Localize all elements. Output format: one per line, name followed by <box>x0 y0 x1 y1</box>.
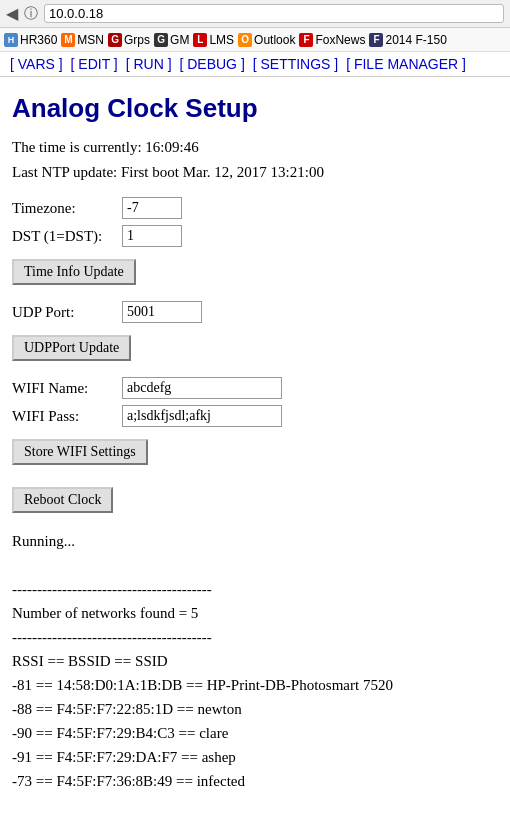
bookmark-label-outlook: Outlook <box>254 33 295 47</box>
wifi-name-row: WIFI Name: <box>12 377 498 399</box>
bookmark-icon-outlook: O <box>238 33 252 47</box>
page-title: Analog Clock Setup <box>12 93 498 124</box>
reboot-section: Reboot Clock <box>12 481 498 519</box>
bookmark-icon-2014f150: F <box>369 33 383 47</box>
udp-update-section: UDPPort Update <box>12 329 498 367</box>
nav-settings[interactable]: [ SETTINGS ] <box>253 56 339 72</box>
bookmark-label-foxnews: FoxNews <box>315 33 365 47</box>
bookmark-foxnews[interactable]: F FoxNews <box>299 33 365 47</box>
current-time-text: The time is currently: 16:09:46 <box>12 136 498 159</box>
ntp-update-text: Last NTP update: First boot Mar. 12, 201… <box>12 161 498 184</box>
wifi-name-label: WIFI Name: <box>12 380 122 397</box>
bookmark-icon-hr360: H <box>4 33 18 47</box>
output-section: Running... -----------------------------… <box>12 529 498 793</box>
url-bar[interactable]: 10.0.0.18 <box>44 4 504 23</box>
bookmark-label-gm: GM <box>170 33 189 47</box>
store-wifi-button[interactable]: Store WIFI Settings <box>12 439 148 465</box>
time-update-section: Time Info Update <box>12 253 498 291</box>
bookmark-label-grps: Grps <box>124 33 150 47</box>
bookmark-icon-foxnews: F <box>299 33 313 47</box>
bookmark-msn[interactable]: M MSN <box>61 33 104 47</box>
dst-input[interactable] <box>122 225 182 247</box>
dst-label: DST (1=DST): <box>12 228 122 245</box>
bookmark-hr360[interactable]: H HR360 <box>4 33 57 47</box>
info-button[interactable]: ⓘ <box>24 5 38 23</box>
bookmark-lms[interactable]: L LMS <box>193 33 234 47</box>
bookmark-outlook[interactable]: O Outlook <box>238 33 295 47</box>
wifi-pass-label: WIFI Pass: <box>12 408 122 425</box>
bookmark-label-2014f150: 2014 F-150 <box>385 33 446 47</box>
wifi-section: WIFI Name: WIFI Pass: <box>12 377 498 427</box>
nav-file-manager[interactable]: [ FILE MANAGER ] <box>346 56 466 72</box>
reboot-clock-button[interactable]: Reboot Clock <box>12 487 113 513</box>
nav-debug[interactable]: [ DEBUG ] <box>179 56 244 72</box>
bookmark-icon-msn: M <box>61 33 75 47</box>
bookmark-icon-grps: G <box>108 33 122 47</box>
wifi-name-input[interactable] <box>122 377 282 399</box>
bookmark-2014f150[interactable]: F 2014 F-150 <box>369 33 446 47</box>
udp-section: UDP Port: <box>12 301 498 323</box>
wifi-pass-row: WIFI Pass: <box>12 405 498 427</box>
bookmark-label-msn: MSN <box>77 33 104 47</box>
timezone-input[interactable] <box>122 197 182 219</box>
timezone-label: Timezone: <box>12 200 122 217</box>
bookmark-icon-lms: L <box>193 33 207 47</box>
bookmark-label-lms: LMS <box>209 33 234 47</box>
nav-vars[interactable]: [ VARS ] <box>10 56 63 72</box>
store-wifi-section: Store WIFI Settings <box>12 433 498 471</box>
back-button[interactable]: ◀ <box>6 4 18 23</box>
page-content: Analog Clock Setup The time is currently… <box>0 77 510 801</box>
wifi-pass-input[interactable] <box>122 405 282 427</box>
nav-run[interactable]: [ RUN ] <box>126 56 172 72</box>
time-info-update-button[interactable]: Time Info Update <box>12 259 136 285</box>
nav-edit[interactable]: [ EDIT ] <box>71 56 118 72</box>
dst-row: DST (1=DST): <box>12 225 498 247</box>
timezone-section: Timezone: DST (1=DST): <box>12 197 498 247</box>
udpport-update-button[interactable]: UDPPort Update <box>12 335 131 361</box>
bookmark-gm[interactable]: G GM <box>154 33 189 47</box>
bookmark-label-hr360: HR360 <box>20 33 57 47</box>
bookmark-grps[interactable]: G Grps <box>108 33 150 47</box>
timezone-row: Timezone: <box>12 197 498 219</box>
bookmark-icon-gm: G <box>154 33 168 47</box>
udp-port-label: UDP Port: <box>12 304 122 321</box>
nav-menu: [ VARS ] [ EDIT ] [ RUN ] [ DEBUG ] [ SE… <box>0 52 510 77</box>
udp-port-input[interactable] <box>122 301 202 323</box>
output-text: Running... -----------------------------… <box>12 529 498 793</box>
udp-port-row: UDP Port: <box>12 301 498 323</box>
bookmarks-bar: H HR360 M MSN G Grps G GM L LMS O Outloo… <box>0 28 510 52</box>
browser-bar: ◀ ⓘ 10.0.0.18 <box>0 0 510 28</box>
